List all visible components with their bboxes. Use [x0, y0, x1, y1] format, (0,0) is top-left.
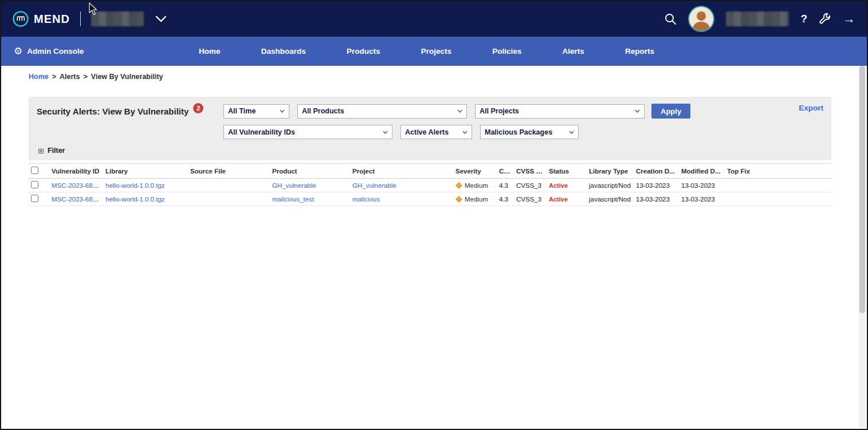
search-icon[interactable]: [664, 13, 677, 25]
col-library-type: Library Type: [587, 164, 634, 179]
page-title: Security Alerts: View By Vulnerability: [37, 106, 188, 116]
nav-item-reports[interactable]: Reports: [625, 47, 654, 56]
alert-type-filter-select[interactable]: Malicious Packages: [480, 125, 579, 139]
chevron-down-icon: [457, 109, 462, 113]
breadcrumb-alerts[interactable]: Alerts: [60, 73, 80, 81]
product-link[interactable]: GH_vulnerable: [272, 182, 316, 189]
plus-box-icon: ⊞: [38, 147, 44, 155]
topbar-divider: [80, 11, 81, 26]
severity-label: Medium: [465, 196, 488, 203]
col-source-file: Source File: [188, 164, 270, 179]
nav-item-alerts[interactable]: Alerts: [562, 47, 584, 56]
row-checkbox[interactable]: [31, 181, 38, 188]
brand-name: MEND: [34, 13, 70, 26]
nav-items: Home Dashboards Products Projects Polici…: [199, 47, 654, 56]
library-link[interactable]: hello-world-1.0.0.tgz: [105, 182, 165, 189]
chevron-down-icon: [569, 131, 574, 134]
org-selector-redacted[interactable]: [91, 11, 144, 26]
nav-item-products[interactable]: Products: [347, 47, 380, 56]
alert-count-badge: 2: [193, 103, 203, 113]
nav-item-projects[interactable]: Projects: [421, 47, 451, 56]
main-nav: ⚙ Admin Console Home Dashboards Products…: [1, 37, 867, 66]
vertical-scrollbar[interactable]: [859, 66, 866, 428]
col-product: Product: [270, 164, 350, 179]
severity-medium-icon: [455, 196, 462, 202]
select-all-checkbox[interactable]: [31, 167, 38, 174]
cvss-cell: 4.3: [497, 192, 514, 206]
table-row: MSC-2023-68356 hello-world-1.0.0.tgz GH_…: [29, 179, 831, 192]
library-type-cell: javascript/Nod: [587, 192, 634, 206]
scrollbar-thumb[interactable]: [859, 66, 865, 313]
col-severity: Severity: [453, 164, 497, 179]
app-window: MEND ?: [0, 0, 868, 430]
breadcrumb-current: View By Vulnerability: [91, 73, 163, 81]
vulnerability-ids-filter-select[interactable]: All Vulnerability IDs: [223, 125, 392, 139]
admin-console-button[interactable]: ⚙ Admin Console: [14, 46, 84, 56]
mend-brand[interactable]: MEND: [13, 11, 70, 27]
table-row: MSC-2023-68356 hello-world-1.0.0.tgz mal…: [29, 192, 831, 206]
chevron-down-icon: [383, 131, 388, 134]
alert-status-filter-select[interactable]: Active Alerts: [400, 125, 472, 139]
wrench-icon[interactable]: [819, 13, 831, 25]
source-file-cell: [188, 192, 270, 206]
col-modified-date: Modified D...: [679, 164, 725, 179]
col-status: Status: [547, 164, 587, 179]
vulnerability-id-link[interactable]: MSC-2023-68356: [52, 182, 103, 189]
gear-icon: ⚙: [14, 46, 22, 56]
help-icon[interactable]: ?: [800, 13, 807, 25]
col-vulnerability-id: Vulnerability ID: [49, 164, 103, 179]
product-link[interactable]: malicious_test: [272, 196, 314, 203]
vulnerability-id-link[interactable]: MSC-2023-68356: [52, 196, 103, 203]
nav-item-policies[interactable]: Policies: [492, 47, 521, 56]
export-link[interactable]: Export: [799, 104, 823, 112]
col-cvss-type: CVSS Ty...: [514, 164, 547, 179]
cvss-cell: 4.3: [497, 179, 514, 192]
col-cvss: CV...: [497, 164, 514, 179]
breadcrumb-separator: >: [83, 73, 87, 81]
project-link[interactable]: GH_vulnerable: [352, 182, 396, 189]
chevron-down-icon[interactable]: [155, 15, 167, 22]
severity-medium-icon: [455, 182, 462, 188]
projects-filter-select[interactable]: All Projects: [475, 104, 645, 119]
col-top-fix: Top Fix: [725, 164, 831, 179]
source-file-cell: [188, 179, 270, 192]
products-filter-select[interactable]: All Products: [297, 104, 467, 119]
severity-label: Medium: [465, 182, 488, 189]
chevron-down-icon: [635, 109, 640, 113]
chevron-down-icon: [280, 109, 285, 113]
avatar[interactable]: [688, 6, 714, 32]
chevron-down-icon: [462, 131, 468, 134]
nav-item-dashboards[interactable]: Dashboards: [261, 47, 306, 56]
topbar-actions: ? →: [664, 6, 855, 32]
top-fix-cell: [725, 179, 831, 192]
mend-logo-icon: [13, 11, 29, 27]
breadcrumb-home[interactable]: Home: [29, 73, 49, 81]
creation-date-cell: 13-03-2023: [634, 179, 679, 192]
alerts-table: Vulnerability ID Library Source File Pro…: [29, 163, 831, 206]
nav-item-home[interactable]: Home: [199, 47, 221, 56]
filter-label: Filter: [48, 147, 65, 155]
time-filter-select[interactable]: All Time: [223, 104, 289, 119]
cvss-type-cell: CVSS_3: [514, 179, 547, 192]
library-link[interactable]: hello-world-1.0.0.tgz: [105, 196, 165, 203]
row-checkbox[interactable]: [31, 195, 38, 202]
filters-panel: Security Alerts: View By Vulnerability 2…: [29, 97, 831, 160]
username-redacted: [726, 11, 789, 26]
col-project: Project: [350, 164, 453, 179]
admin-console-label: Admin Console: [27, 47, 84, 56]
project-link[interactable]: malicious: [352, 196, 380, 203]
cvss-type-cell: CVSS_3: [514, 192, 547, 206]
filter-expander[interactable]: ⊞ Filter: [37, 147, 823, 155]
library-type-cell: javascript/Nod: [587, 179, 634, 192]
creation-date-cell: 13-03-2023: [634, 192, 679, 206]
table-header-row: Vulnerability ID Library Source File Pro…: [29, 164, 831, 179]
modified-date-cell: 13-03-2023: [679, 192, 725, 206]
col-library: Library: [103, 164, 188, 179]
modified-date-cell: 13-03-2023: [679, 179, 725, 192]
breadcrumb-separator: >: [52, 73, 56, 81]
top-bar: MEND ?: [1, 1, 867, 37]
apply-button[interactable]: Apply: [651, 104, 690, 119]
mouse-cursor: [88, 2, 98, 16]
arrow-right-icon[interactable]: →: [843, 13, 855, 25]
top-fix-cell: [725, 192, 831, 206]
